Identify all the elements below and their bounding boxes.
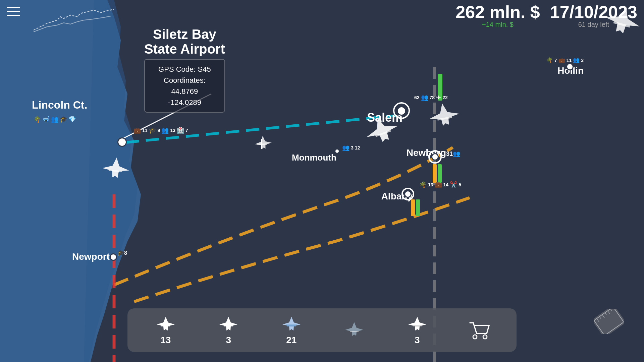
flight-indicator [253, 133, 274, 153]
map-plane-3 [424, 98, 466, 135]
airport-dot-hollin[interactable] [566, 63, 574, 70]
fleet-item-3[interactable]: 21 [280, 315, 303, 346]
money-amount: 262 mln. $ [455, 3, 540, 21]
airport-dot-newport[interactable] [110, 253, 117, 261]
svg-rect-22 [413, 325, 422, 326]
airport-name: Siletz Bay State Airport [144, 27, 225, 56]
svg-rect-21 [350, 331, 359, 332]
airport-dot-albany[interactable] [404, 190, 412, 198]
gps-code: GPS Code: S45 [152, 64, 218, 75]
fleet-count-1: 13 [160, 335, 171, 346]
money-delta: +14 mln. $ [455, 21, 540, 28]
city-label-lincoln[interactable]: Lincoln Ct. [32, 99, 87, 111]
svg-point-23 [473, 335, 477, 339]
ruler-tool[interactable] [594, 309, 624, 335]
newport-count: 🎓8 [117, 250, 127, 256]
svg-rect-8 [411, 199, 415, 216]
fleet-item-2[interactable]: 3 [217, 315, 240, 346]
salem-icons: 62 👥 78 ✈ 22 [414, 94, 448, 101]
airport-tooltip: Siletz Bay State Airport GPS Code: S45 C… [144, 27, 225, 113]
hamburger-line2 [7, 11, 20, 12]
svg-point-24 [483, 335, 487, 339]
coord-lon: -124.0289 [152, 97, 218, 108]
fleet-item-cart[interactable] [468, 319, 490, 341]
fleet-bar: 13 3 21 3 [127, 308, 517, 352]
date-value: 17/10/2023 [550, 3, 637, 21]
city-label-monmouth[interactable]: Monmouth [292, 153, 336, 163]
svg-rect-9 [416, 199, 420, 216]
date-display: 17/10/2023 61 day left [550, 3, 637, 28]
hamburger-line3 [7, 15, 20, 16]
airport-details: GPS Code: S45 Coordinates: 44.8769 -124.… [144, 59, 225, 113]
fleet-count-3: 21 [286, 335, 297, 346]
svg-rect-18 [223, 324, 234, 325]
money-display: 262 mln. $ +14 mln. $ [455, 3, 540, 28]
game-header: 262 mln. $ +14 mln. $ 17/10/2023 61 day … [455, 3, 637, 28]
svg-rect-19 [287, 325, 296, 326]
svg-rect-0 [0, 0, 644, 362]
fleet-item-5[interactable]: 3 [406, 315, 429, 346]
hollin-icons: 🌴7 💼11 👥3 [546, 57, 584, 63]
fleet-count-5: 3 [415, 335, 420, 346]
airport-dot-salem[interactable] [397, 106, 406, 116]
airport-dot-monmouth[interactable] [334, 148, 340, 154]
svg-rect-16 [161, 325, 170, 326]
city-label-newport[interactable]: Newport [72, 251, 110, 262]
fleet-item-1[interactable]: 13 [154, 315, 177, 346]
lincoln-flight-icons: 💼11 🎓9 👥13 🏥7 [133, 127, 188, 134]
monmouth-icons: 👥3 12 [342, 144, 360, 152]
coords-label: Coordinates: [152, 75, 218, 86]
fleet-item-4[interactable] [342, 320, 366, 340]
svg-rect-20 [286, 324, 297, 325]
albany-icons: 🌴13 💼14 ✂️5 [419, 181, 461, 188]
days-left: 61 day left [550, 21, 637, 28]
svg-rect-7 [438, 164, 442, 183]
svg-rect-6 [433, 164, 437, 183]
coord-lat: 44.8769 [152, 86, 218, 97]
newberg-count: 31👥 [446, 150, 460, 158]
svg-rect-17 [224, 325, 233, 326]
airport-dot-lincoln[interactable] [117, 137, 127, 147]
hamburger-line1 [7, 7, 20, 8]
map-plane-1 [98, 153, 134, 184]
airport-dot-newberg[interactable] [431, 153, 439, 161]
fleet-count-2: 3 [226, 335, 231, 346]
hamburger-menu[interactable] [7, 7, 20, 16]
lincoln-amenity-icons: 🌴 🤿 👥 🎓 💎 [34, 116, 76, 123]
